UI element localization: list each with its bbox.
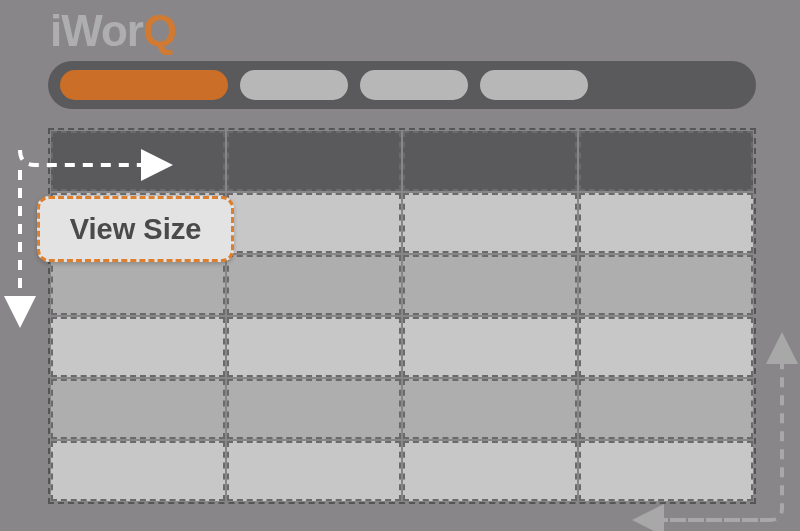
table-cell — [579, 193, 753, 253]
table-cell — [579, 255, 753, 315]
tab-2[interactable] — [240, 70, 348, 100]
table-cell — [227, 441, 401, 501]
header-cell — [579, 131, 753, 191]
table-row — [50, 316, 754, 378]
table-cell — [51, 379, 225, 439]
table-cell — [227, 255, 401, 315]
table-cell — [403, 379, 577, 439]
table-cell — [51, 441, 225, 501]
table-cell — [579, 317, 753, 377]
tab-bar — [48, 61, 756, 109]
logo-accent: Q — [143, 6, 176, 55]
table-cell — [51, 317, 225, 377]
data-grid — [48, 128, 756, 504]
table-cell — [579, 379, 753, 439]
table-row — [50, 440, 754, 502]
header-cell — [403, 131, 577, 191]
app-logo: iWorQ — [50, 6, 176, 56]
tab-active[interactable] — [60, 70, 228, 100]
header-row — [50, 130, 754, 192]
table-cell — [403, 441, 577, 501]
table-cell — [403, 317, 577, 377]
tab-4[interactable] — [480, 70, 588, 100]
header-cell — [51, 131, 225, 191]
table-cell — [227, 193, 401, 253]
view-size-callout[interactable]: View Size — [37, 196, 234, 262]
view-size-label: View Size — [70, 213, 202, 246]
table-cell — [51, 255, 225, 315]
tab-3[interactable] — [360, 70, 468, 100]
header-cell — [227, 131, 401, 191]
table-row — [50, 378, 754, 440]
table-cell — [403, 193, 577, 253]
table-cell — [227, 317, 401, 377]
table-cell — [579, 441, 753, 501]
table-cell — [403, 255, 577, 315]
table-cell — [227, 379, 401, 439]
logo-prefix: iWor — [50, 6, 143, 55]
table-row — [50, 254, 754, 316]
